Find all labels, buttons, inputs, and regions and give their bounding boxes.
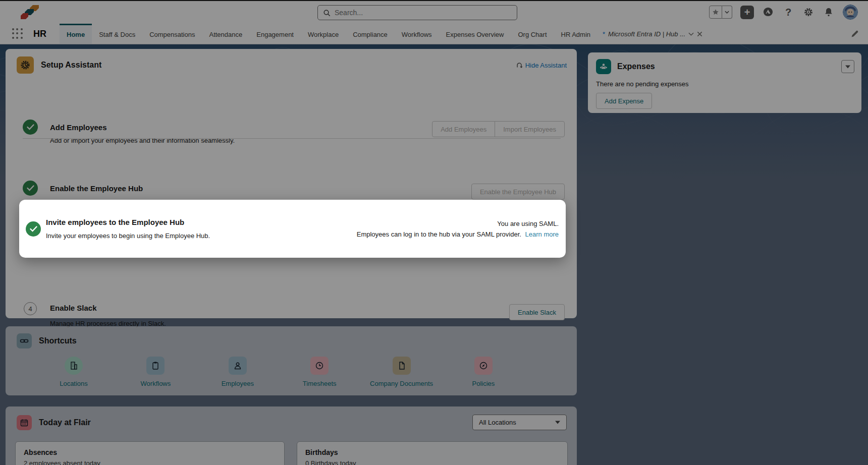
learn-more-link[interactable]: Learn more bbox=[525, 230, 559, 238]
saml-status-line: You are using SAML. bbox=[357, 218, 559, 229]
step-title: Invite employees to the Employee Hub bbox=[46, 218, 210, 226]
check-circle-icon bbox=[26, 221, 41, 237]
spotlight-step-invite-employees: Invite employees to the Employee Hub Inv… bbox=[19, 200, 566, 258]
step-description: Invite your employees to begin using the… bbox=[46, 232, 210, 240]
saml-detail-line: Employees can log in to the hub via your… bbox=[357, 230, 521, 238]
saml-note: You are using SAML. Employees can log in… bbox=[357, 218, 559, 240]
